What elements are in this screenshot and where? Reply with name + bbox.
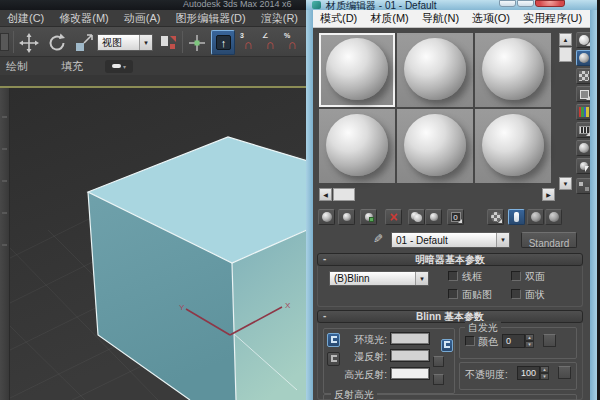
maximize-button[interactable] [517,0,534,7]
menu-item-material[interactable]: 材质(M) [370,11,409,26]
show-shaded-material-in-viewport-button[interactable] [487,209,504,225]
background-button[interactable] [576,68,590,84]
rotate-button[interactable] [45,31,69,55]
shader-rollout-header[interactable]: - 明暗器基本参数 [317,253,583,266]
material-editor-titlebar[interactable]: 材质编辑器 - 01 - Default [306,0,597,10]
material-id-channel-button[interactable]: 0 [447,209,464,225]
chevron-down-icon[interactable]: ▾ [139,35,152,50]
ribbon-flyout-button[interactable]: ▾ [105,60,133,73]
opacity-value[interactable]: 100 [517,366,540,380]
go-to-parent-button[interactable] [527,209,544,225]
slots-scroll-up-button[interactable]: ▲ [559,33,572,46]
spinner-down-icon[interactable]: ▾ [540,373,549,380]
lock-ambient-diffuse-maps-button[interactable] [441,339,453,352]
material-map-navigator-button[interactable] [576,178,590,194]
sample-type-button[interactable] [576,32,590,48]
diffuse-color-swatch[interactable] [390,349,430,362]
shader-type-dropdown[interactable]: (B)Blinn ▾ [329,271,429,286]
blinn-rollout-header[interactable]: - Blinn 基本参数 [317,310,583,323]
use-center-button[interactable] [158,31,180,55]
menu-item-animation[interactable]: 动画(A) [124,11,161,26]
assign-material-to-selection-button[interactable] [360,209,377,225]
menu-item-modifiers[interactable]: 修改器(M) [59,11,109,26]
menu-item-modes[interactable]: 模式(D) [320,11,357,26]
select-move-button[interactable] [17,31,41,55]
menu-item-navigation[interactable]: 导航(N) [422,11,459,26]
scale-button[interactable] [72,31,96,55]
menu-item-create[interactable]: 创建(C) [7,11,44,26]
select-by-material-button[interactable] [576,158,590,174]
perspective-viewport[interactable]: Y X [10,88,310,400]
video-color-check-button[interactable] [576,104,590,120]
self-illum-map-button[interactable] [543,334,556,347]
slots-vscroll-thumb[interactable] [559,47,572,62]
keyboard-override-button[interactable]: ↑ [211,30,235,55]
slots-hscroll-thumb[interactable] [333,188,355,201]
make-preview-button[interactable] [576,122,590,138]
two-sided-checkbox[interactable] [511,271,521,281]
sample-slot-4[interactable] [319,109,395,183]
lock-ambient-diffuse-button[interactable] [327,333,340,347]
ambient-color-swatch[interactable] [390,332,430,345]
sample-slot-1[interactable] [319,33,395,107]
minimize-button[interactable] [499,0,516,7]
face-map-checkbox[interactable] [448,289,458,299]
faceted-checkbox[interactable] [511,289,521,299]
copy-sphere2-icon [414,214,422,222]
ribbon-fill-button[interactable]: 填充 [61,59,83,74]
select-manipulate-button[interactable] [186,31,208,55]
backlight-button[interactable] [576,50,590,66]
wire-checkbox[interactable] [448,271,458,281]
chevron-down-icon[interactable]: ▾ [415,272,428,285]
opacity-map-button[interactable] [558,366,571,379]
reset-map-button[interactable]: × [385,209,402,225]
specular-map-button[interactable] [433,374,444,385]
reference-coordsys-dropdown[interactable]: 视图 ▾ [97,34,153,51]
collapse-icon[interactable]: - [323,310,326,321]
sample-slot-3[interactable] [475,33,551,107]
slots-scroll-right-button[interactable]: ▶ [542,188,555,201]
snap-toggle-3d-button[interactable]: 3 ∩ [238,31,258,55]
sample-slot-2[interactable] [397,33,473,107]
menu-item-options[interactable]: 选项(O) [472,11,510,26]
pick-material-from-object-button[interactable]: ✎ [370,232,386,248]
left-panel-strip[interactable] [0,88,10,400]
sample-uv-tiling-button[interactable] [576,86,590,102]
specular-color-swatch[interactable] [390,367,430,380]
put-to-library-button[interactable] [425,209,442,225]
sample-slot-6[interactable] [475,109,551,183]
options-button[interactable] [576,140,590,156]
self-illum-spinner[interactable]: 0 ▴▾ [502,334,534,348]
spinner-up-icon[interactable]: ▴ [540,366,549,373]
percent-snap-button[interactable]: % ∩ [282,31,302,55]
material-type-button[interactable]: Standard [521,232,577,248]
reset-x-icon: × [386,210,401,224]
show-end-result-button[interactable] [508,209,525,225]
slots-scroll-left-button[interactable]: ◀ [319,188,332,201]
ribbon-paint-button[interactable]: 绘制 [6,59,28,74]
collapse-icon[interactable]: - [323,253,326,264]
get-material-button[interactable] [318,209,335,225]
axis-x-label: X [285,301,291,310]
close-button[interactable] [535,0,565,7]
make-material-copy-button[interactable] [408,209,425,225]
self-illum-value[interactable]: 0 [502,334,525,348]
angle-snap-button[interactable]: ∠ ∩ [260,31,280,55]
menu-item-utilities[interactable]: 实用程序(U) [523,11,582,26]
diffuse-map-button[interactable] [433,356,444,367]
menu-item-rendering[interactable]: 渲染(R) [261,11,298,26]
opacity-spinner[interactable]: 100 ▴▾ [517,366,549,380]
menu-item-graph-editors[interactable]: 图形编辑器(D) [175,11,245,26]
go-forward-to-sibling-button[interactable] [545,209,562,225]
magnet-icon: ∩ [260,39,280,51]
slots-scroll-down-button[interactable]: ▼ [559,177,572,190]
partial-tool-icon[interactable] [0,33,9,51]
put-material-to-scene-button[interactable] [338,209,355,225]
material-name-dropdown[interactable]: 01 - Default ▾ [391,232,510,248]
spinner-down-icon[interactable]: ▾ [525,341,534,348]
self-illum-color-checkbox[interactable] [465,336,475,346]
chevron-down-icon[interactable]: ▾ [496,233,509,247]
sample-slot-5[interactable] [397,109,473,183]
lock-diffuse-specular-button[interactable] [327,352,340,366]
spinner-up-icon[interactable]: ▴ [525,334,534,341]
